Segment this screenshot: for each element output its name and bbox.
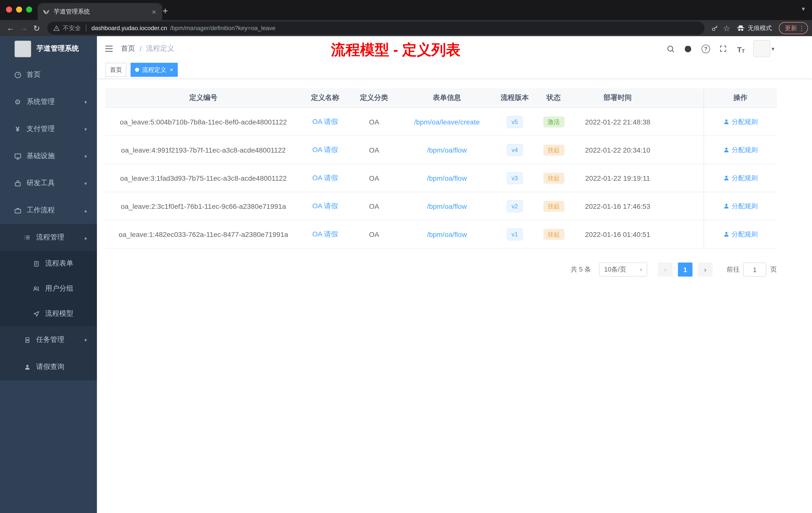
assign-rule-link[interactable]: 分配规则 xyxy=(723,230,758,239)
assign-rule-link[interactable]: 分配规则 xyxy=(723,145,758,154)
next-page-button[interactable]: › xyxy=(698,263,713,277)
assign-rule-link[interactable]: 分配规则 xyxy=(723,117,758,126)
form-link[interactable]: /bpm/oa/flow xyxy=(427,174,467,182)
annotation-title: 流程模型 - 定义列表 xyxy=(331,40,461,60)
window-close-button[interactable] xyxy=(6,6,12,12)
browser-tab[interactable]: 芋道管理系统 × xyxy=(38,3,162,20)
sidebar-item-payment[interactable]: ¥ 支付管理 ▾ xyxy=(0,116,97,143)
password-key-icon[interactable] xyxy=(708,22,721,34)
github-icon[interactable] xyxy=(683,44,693,54)
form-link[interactable]: /bpm/oa/flow xyxy=(427,202,467,210)
cell-category: OA xyxy=(349,146,399,154)
tasks-icon xyxy=(22,337,32,343)
tab-close-icon[interactable]: × xyxy=(151,7,157,16)
window-zoom-button[interactable] xyxy=(26,6,32,12)
definition-name-link[interactable]: OA 请假 xyxy=(312,202,338,210)
chevron-down-icon: ▾ xyxy=(84,153,87,159)
cell-category: OA xyxy=(349,202,399,210)
cell-deployed-at: 2022-01-22 20:34:10 xyxy=(573,146,663,154)
current-page-button[interactable]: 1 xyxy=(678,263,693,277)
tags-view-bar: 首页 流程定义 × xyxy=(97,61,812,78)
sidebar-item-process-model[interactable]: 流程模型 xyxy=(0,301,97,326)
sidebar-item-workflow[interactable]: 工作流程 ▴ xyxy=(0,197,97,224)
url-domain: dashboard.yudao.iocoder.cn xyxy=(91,25,167,32)
sidebar-item-infra[interactable]: 基础设施 ▾ xyxy=(0,143,97,170)
sidebar-item-label: 工作流程 xyxy=(27,206,84,215)
person-icon xyxy=(723,175,730,181)
sidebar-item-label: 基础设施 xyxy=(27,152,84,161)
app-title: 芋道管理系统 xyxy=(37,44,79,53)
fullscreen-icon[interactable] xyxy=(718,44,728,54)
sidebar-item-leave-query[interactable]: 请假查询 xyxy=(0,353,97,381)
person-icon xyxy=(723,118,730,125)
tag-process-definition[interactable]: 流程定义 × xyxy=(130,63,178,77)
forward-button[interactable]: → xyxy=(17,22,30,35)
bookmark-star-icon[interactable]: ☆ xyxy=(721,22,733,34)
favicon-icon xyxy=(43,8,50,15)
form-link[interactable]: /bpm/oa/flow xyxy=(427,146,467,154)
page-size-select[interactable]: 10条/页 ▾ xyxy=(599,263,647,277)
help-icon[interactable]: ? xyxy=(701,44,711,54)
table-row: oa_leave:2:3c1f0ef1-76b1-11ec-9c66-a2380… xyxy=(106,192,777,220)
chevron-down-icon: ▾ xyxy=(84,126,87,132)
cell-deployed-at: 2022-01-22 21:48:38 xyxy=(573,118,663,126)
avatar[interactable] xyxy=(754,40,771,57)
definition-name-link[interactable]: OA 请假 xyxy=(312,174,338,181)
table-row: oa_leave:5:004b710b-7b8a-11ec-8ef0-acde4… xyxy=(106,108,777,136)
browser-menu-icon[interactable]: ⋮ xyxy=(799,24,805,32)
definition-name-link[interactable]: OA 请假 xyxy=(312,117,338,125)
sidebar-item-home[interactable]: 首页 xyxy=(0,61,97,88)
tag-close-icon[interactable]: × xyxy=(170,66,173,73)
cell-definition-id: oa_leave:2:3c1f0ef1-76b1-11ec-9c66-a2380… xyxy=(106,202,301,210)
reload-button[interactable]: ↻ xyxy=(30,22,43,35)
table-header-row: 定义编号 定义名称 定义分类 表单信息 流程版本 状态 部署时间 操作 xyxy=(106,88,777,108)
breadcrumb-current: 流程定义 xyxy=(146,44,174,53)
prev-page-button[interactable]: ‹ xyxy=(658,263,672,277)
version-badge: v3 xyxy=(506,172,523,184)
assign-rule-link[interactable]: 分配规则 xyxy=(723,202,758,211)
sidebar-item-task-management[interactable]: 任务管理 ▾ xyxy=(0,326,97,353)
font-size-icon[interactable]: TT xyxy=(736,44,746,54)
search-icon[interactable] xyxy=(666,44,676,54)
breadcrumb-home[interactable]: 首页 xyxy=(121,44,135,53)
tag-label: 首页 xyxy=(110,65,122,74)
sidebar-item-process-form[interactable]: 流程表单 xyxy=(0,251,97,276)
cell-deployed-at: 2022-01-22 19:19:11 xyxy=(573,174,663,182)
form-link[interactable]: /bpm/oa/leave/create xyxy=(414,118,480,126)
new-tab-button[interactable]: + xyxy=(159,4,172,18)
sidebar-item-process-management[interactable]: 流程管理 ▴ xyxy=(0,224,97,251)
status-badge: 挂起 xyxy=(543,144,564,155)
app-logo-row[interactable]: 芋道管理系统 xyxy=(0,36,97,61)
column-header: 状态 xyxy=(535,93,573,102)
tab-search-chevron-icon[interactable]: ▾ xyxy=(802,5,805,12)
cell-deployed-at: 2022-01-16 17:46:53 xyxy=(573,202,663,210)
sidebar-item-system[interactable]: ⚙ 系统管理 ▾ xyxy=(0,88,97,116)
definition-name-link[interactable]: OA 请假 xyxy=(312,145,338,153)
cell-deployed-at: 2022-01-16 01:40:51 xyxy=(573,230,663,238)
sidebar-item-user-group[interactable]: 用户分组 xyxy=(0,276,97,301)
chevron-down-icon: ▾ xyxy=(84,180,87,186)
yen-icon: ¥ xyxy=(12,125,23,133)
chevron-down-icon: ▾ xyxy=(640,267,642,272)
sidebar-item-devtools[interactable]: 研发工具 ▾ xyxy=(0,170,97,197)
column-header: 定义编号 xyxy=(106,93,301,102)
address-bar[interactable]: 不安全 dashboard.yudao.iocoder.cn/bpm/manag… xyxy=(47,22,704,35)
update-button[interactable]: 更新 ⋮ xyxy=(779,22,808,34)
sidebar-toggle-icon[interactable] xyxy=(97,44,121,53)
sidebar-item-label: 任务管理 xyxy=(36,335,84,344)
gear-icon: ⚙ xyxy=(12,98,23,106)
not-secure-warning-icon xyxy=(53,25,60,31)
tag-home[interactable]: 首页 xyxy=(106,63,126,77)
user-avatar-wrap[interactable]: ▾ xyxy=(754,40,774,57)
browser-toolbar: ← → ↻ 不安全 dashboard.yudao.iocoder.cn/bpm… xyxy=(0,20,812,36)
monitor-icon xyxy=(12,152,23,160)
column-header-actions: 操作 xyxy=(703,88,777,108)
window-minimize-button[interactable] xyxy=(16,6,22,12)
back-button[interactable]: ← xyxy=(4,22,17,35)
top-navbar: 首页 / 流程定义 流程模型 - 定义列表 ? TT xyxy=(97,36,812,61)
definition-name-link[interactable]: OA 请假 xyxy=(312,230,338,238)
assign-rule-link[interactable]: 分配规则 xyxy=(723,174,758,182)
goto-page-input[interactable] xyxy=(743,263,766,277)
status-badge: 激活 xyxy=(543,116,564,127)
form-link[interactable]: /bpm/oa/flow xyxy=(427,230,467,238)
